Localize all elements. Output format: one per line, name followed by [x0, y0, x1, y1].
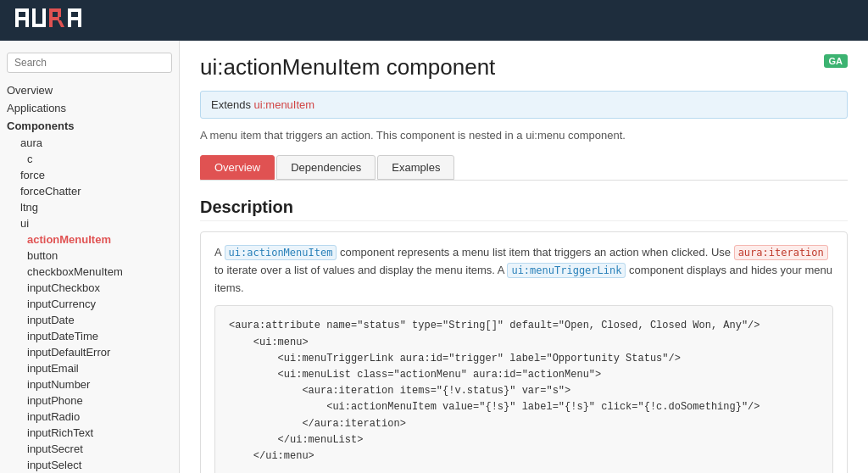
content-area: GA ui:actionMenuItem component Extends u… — [180, 41, 868, 473]
desc-part3: to iterate over a list of values and dis… — [214, 264, 507, 276]
code-block: <aura:attribute name="status" type="Stri… — [214, 305, 833, 473]
page-title-component: ui:actionMenuItem — [200, 54, 380, 80]
sidebar-tree-ltng[interactable]: ltng — [0, 199, 179, 215]
page-title-suffix: component — [380, 54, 495, 80]
svg-rect-4 — [15, 17, 29, 20]
desc-tag1: ui:actionMenuItem — [225, 245, 337, 260]
svg-rect-11 — [49, 17, 59, 20]
sidebar-tree-forceChatter[interactable]: forceChatter — [0, 183, 179, 199]
tab-examples[interactable]: Examples — [377, 155, 454, 180]
logo — [14, 5, 90, 36]
sidebar-item-inputNumber[interactable]: inputNumber — [0, 376, 179, 392]
logo-svg — [14, 5, 90, 31]
sidebar-item-inputRadio[interactable]: inputRadio — [0, 409, 179, 425]
extends-box: Extends ui:menuItem — [200, 91, 848, 119]
section-description-title: Description — [200, 198, 848, 221]
description-box: A ui:actionMenuItem component represents… — [200, 231, 848, 473]
sidebar-item-inputDateTime[interactable]: inputDateTime — [0, 328, 179, 344]
extends-link[interactable]: ui:menuItem — [254, 98, 315, 111]
sidebar-item-inputEmail[interactable]: inputEmail — [0, 360, 179, 376]
component-description: A menu item that triggers an action. Thi… — [200, 129, 848, 142]
svg-rect-5 — [32, 8, 36, 24]
search-container — [0, 47, 179, 78]
tab-overview[interactable]: Overview — [200, 155, 275, 180]
sidebar-item-inputSelect[interactable]: inputSelect — [0, 457, 179, 473]
sidebar-item-overview[interactable]: Overview — [0, 81, 179, 99]
svg-rect-16 — [68, 17, 81, 20]
desc-part2: component represents a menu list item th… — [337, 246, 733, 259]
svg-marker-12 — [58, 20, 64, 27]
tab-dependencies[interactable]: Dependencies — [276, 155, 376, 180]
sidebar-tree-ui[interactable]: ui — [0, 215, 179, 231]
sidebar-item-checkboxMenuItem[interactable]: checkboxMenuItem — [0, 264, 179, 280]
sidebar-tree-c[interactable]: c — [0, 151, 179, 167]
ga-badge: GA — [824, 54, 849, 68]
desc-tag3: ui:menuTriggerLink — [507, 263, 626, 278]
sidebar-item-inputRichText[interactable]: inputRichText — [0, 425, 179, 441]
sidebar-nav: Overview Applications Components aura c … — [0, 78, 179, 473]
svg-rect-7 — [32, 24, 46, 27]
sidebar-item-applications[interactable]: Applications — [0, 99, 179, 117]
page-title: ui:actionMenuItem component — [200, 54, 848, 81]
svg-rect-3 — [15, 8, 29, 12]
logo-text — [14, 5, 90, 36]
sidebar-item-inputDefaultError[interactable]: inputDefaultError — [0, 344, 179, 360]
desc-part1: A — [214, 246, 225, 259]
app-header — [0, 0, 868, 41]
sidebar-item-inputCheckbox[interactable]: inputCheckbox — [0, 280, 179, 296]
sidebar-tree-force[interactable]: force — [0, 167, 179, 183]
sidebar-item-inputCurrency[interactable]: inputCurrency — [0, 296, 179, 312]
tabs-bar: Overview Dependencies Examples — [200, 155, 848, 181]
sidebar-item-inputPhone[interactable]: inputPhone — [0, 392, 179, 409]
extends-label: Extends — [211, 98, 254, 111]
sidebar-item-actionMenuItem[interactable]: actionMenuItem — [0, 231, 179, 248]
sidebar-item-components[interactable]: Components — [0, 117, 179, 135]
svg-rect-10 — [58, 8, 61, 17]
sidebar-tree-aura[interactable]: aura — [0, 135, 179, 151]
sidebar-item-button[interactable]: button — [0, 248, 179, 264]
main-layout: Overview Applications Components aura c … — [0, 41, 868, 473]
desc-tag2: aura:iteration — [734, 245, 828, 260]
search-input[interactable] — [7, 53, 172, 73]
sidebar-item-inputSecret[interactable]: inputSecret — [0, 441, 179, 457]
sidebar-item-inputDate[interactable]: inputDate — [0, 312, 179, 328]
sidebar: Overview Applications Components aura c … — [0, 41, 180, 473]
svg-rect-6 — [42, 8, 46, 24]
svg-rect-15 — [68, 8, 81, 12]
